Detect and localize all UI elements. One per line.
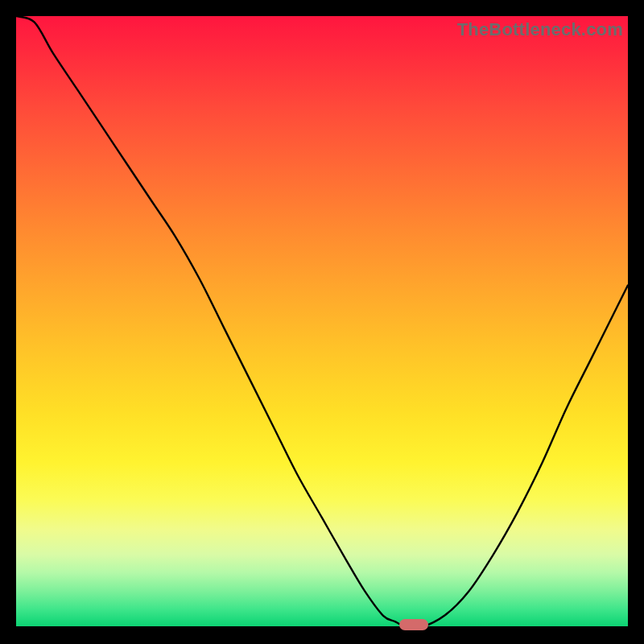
chart-frame: TheBottleneck.com (0, 0, 644, 644)
optimal-point-marker (399, 619, 428, 630)
bottleneck-curve (16, 16, 628, 628)
plot-area: TheBottleneck.com (16, 16, 628, 628)
